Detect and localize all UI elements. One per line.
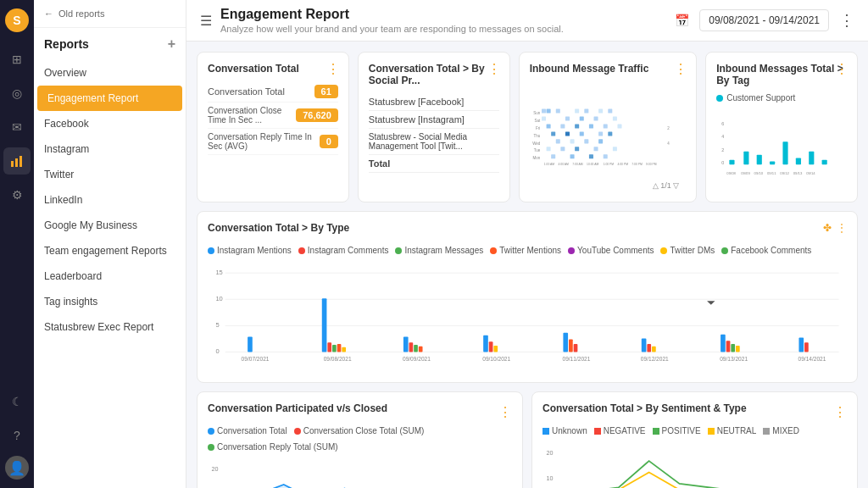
svg-rect-35: [617, 124, 621, 128]
svg-rect-62: [757, 155, 762, 165]
svg-rect-108: [721, 335, 726, 352]
conversation-type-title: Conversation Total > By Type: [208, 222, 349, 234]
legend-label: Conversation Total: [217, 426, 287, 435]
legend-conv-total: Conversation Total: [208, 426, 287, 435]
legend-mixed: MIXED: [763, 426, 799, 435]
stat-label-reply: Conversation Reply Time In Sec (AVG): [208, 132, 320, 151]
svg-rect-93: [414, 345, 418, 352]
svg-rect-36: [551, 131, 555, 136]
sidebar-item-leaderboard[interactable]: Leaderboard: [34, 263, 186, 289]
legend-label: MIXED: [772, 426, 799, 435]
participated-title: Conversation Participated v/s Closed: [208, 402, 387, 414]
legend-twitter-dms: Twitter DMs: [660, 246, 715, 255]
sidebar-title: Reports: [44, 37, 89, 51]
legend-label: NEUTRAL: [717, 426, 757, 435]
sidebar-item-linkedin[interactable]: LinkedIn: [34, 187, 186, 213]
sidebar-back-button[interactable]: ← Old reports: [34, 0, 186, 28]
svg-text:09/14: 09/14: [806, 171, 815, 175]
svg-text:09/12: 09/12: [781, 171, 790, 175]
add-report-button[interactable]: +: [168, 36, 175, 52]
svg-text:09/13/2021: 09/13/2021: [720, 356, 748, 362]
app-logo[interactable]: S: [5, 8, 29, 32]
legend-dot: [542, 428, 549, 435]
sidebar-item-engagement-report[interactable]: Engagement Report: [37, 86, 182, 111]
inbound-tag-menu[interactable]: ⋮: [835, 61, 849, 77]
svg-rect-101: [569, 339, 573, 352]
back-arrow-icon: ←: [44, 8, 53, 19]
svg-rect-43: [584, 139, 588, 143]
conversation-total-menu[interactable]: ⋮: [326, 61, 340, 77]
conversation-type-legend: Instagram Mentions Instagram Comments In…: [208, 246, 847, 255]
svg-rect-87: [332, 345, 337, 352]
legend-dot: [208, 444, 214, 451]
inbound-traffic-menu[interactable]: ⋮: [674, 61, 687, 77]
legend-instagram-comments: Instagram Comments: [298, 246, 389, 255]
date-range-picker[interactable]: 09/08/2021 - 09/14/2021: [699, 9, 829, 31]
nav-icon-mail[interactable]: ✉: [3, 114, 31, 141]
back-label: Old reports: [58, 8, 104, 19]
svg-rect-92: [409, 342, 414, 352]
table-row[interactable]: Statusbrew [Facebook]: [369, 93, 499, 111]
sidebar-item-google-my-business[interactable]: Google My Business: [34, 213, 186, 238]
svg-text:09/07/2021: 09/07/2021: [242, 356, 270, 362]
theme-toggle-icon[interactable]: ☾: [3, 388, 31, 415]
topbar: ☰ Engagement Report Analyze how well you…: [186, 0, 868, 42]
conversation-type-widget: Conversation Total > By Type ✤ ⋮ Instagr…: [197, 211, 858, 383]
legend-dot: [653, 428, 659, 435]
svg-text:7:00 PM: 7:00 PM: [632, 163, 643, 166]
conversation-social-menu[interactable]: ⋮: [487, 61, 501, 77]
svg-rect-83: [248, 337, 253, 352]
legend-label: Instagram Comments: [308, 246, 389, 255]
expand-icon[interactable]: ✤: [823, 222, 832, 234]
svg-rect-100: [563, 333, 568, 352]
participated-menu[interactable]: ⋮: [498, 404, 512, 420]
stat-label-close: Conversation Close Time In Sec ...: [208, 106, 296, 125]
sidebar-item-team-engagement[interactable]: Team engagement Reports: [34, 238, 186, 263]
sidebar-item-facebook[interactable]: Facebook: [34, 111, 186, 136]
sidebar-item-instagram[interactable]: Instagram: [34, 136, 186, 162]
nav-icon-reports[interactable]: [3, 147, 31, 175]
nav-icon-settings[interactable]: ⚙: [3, 181, 31, 208]
help-icon[interactable]: ?: [3, 422, 31, 449]
svg-text:Thu: Thu: [533, 134, 540, 138]
svg-text:15: 15: [215, 269, 222, 276]
svg-rect-105: [647, 344, 651, 352]
hamburger-menu-icon[interactable]: ☰: [200, 13, 212, 29]
sidebar-item-twitter[interactable]: Twitter: [34, 162, 186, 187]
svg-text:6: 6: [721, 121, 724, 126]
participated-chart: 20 10: [208, 458, 512, 488]
nav-icon-grid[interactable]: ⊞: [3, 46, 31, 73]
svg-rect-41: [555, 139, 559, 143]
svg-rect-114: [804, 342, 809, 352]
svg-text:2: 2: [667, 126, 670, 130]
svg-rect-106: [652, 347, 656, 352]
table-row[interactable]: Statusbrew [Instagram]: [369, 111, 499, 129]
icon-bar-bottom: ☾ ? 👤: [3, 388, 31, 480]
svg-rect-102: [574, 344, 578, 352]
page-title: Engagement Report: [220, 7, 564, 22]
sidebar-item-exec-report[interactable]: Statusbrew Exec Report: [34, 314, 186, 340]
legend-label: Instagram Messages: [404, 246, 483, 255]
avatar[interactable]: 👤: [5, 456, 29, 480]
sidebar-item-tag-insights[interactable]: Tag insights: [34, 289, 186, 314]
svg-rect-21: [575, 109, 579, 114]
participated-legend: Conversation Total Conversation Close To…: [208, 426, 512, 452]
svg-text:0: 0: [215, 347, 219, 355]
svg-rect-34: [603, 124, 607, 128]
stat-value-reply: 0: [320, 135, 338, 148]
legend-label: NEGATIVE: [604, 426, 646, 435]
sidebar-item-overview[interactable]: Overview: [34, 60, 186, 86]
sidebar: ← Old reports Reports + Overview Engagem…: [34, 0, 186, 488]
svg-text:Wed: Wed: [532, 141, 541, 146]
sentiment-menu[interactable]: ⋮: [833, 404, 847, 420]
table-row[interactable]: Statusbrew - Social Media Management Too…: [369, 129, 499, 155]
legend-label: Unknown: [552, 426, 587, 435]
legend-label: Instagram Mentions: [217, 246, 292, 255]
nav-icon-target[interactable]: ◎: [3, 80, 31, 107]
svg-text:09/13: 09/13: [793, 171, 803, 175]
table-row-total: Total: [369, 155, 499, 173]
legend-facebook-comments: Facebook Comments: [721, 246, 811, 255]
conversation-type-menu[interactable]: ⋮: [837, 222, 847, 234]
svg-rect-98: [493, 346, 498, 352]
topbar-more-icon[interactable]: ⋮: [839, 11, 854, 30]
